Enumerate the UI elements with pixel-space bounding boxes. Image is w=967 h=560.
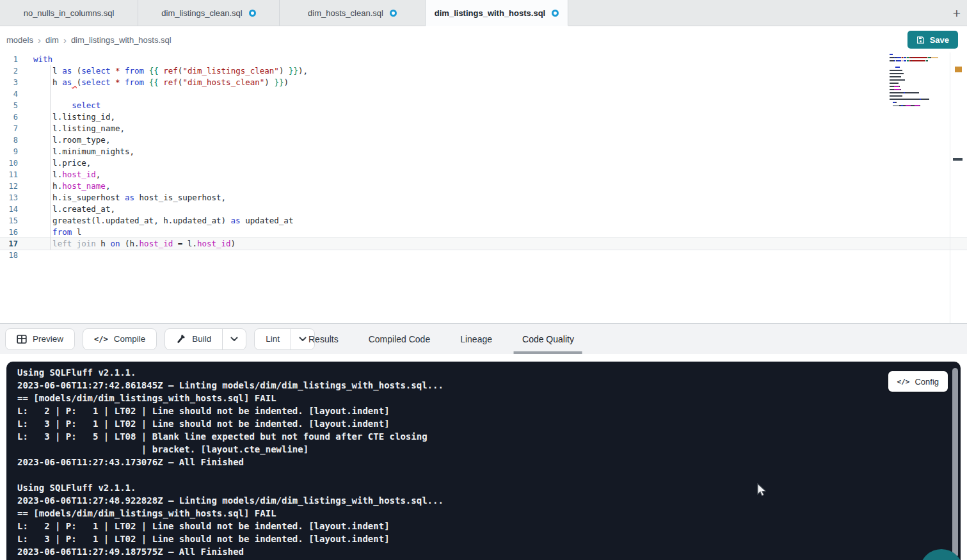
code-line[interactable]: 18: [0, 250, 967, 261]
code-text: with: [28, 54, 52, 65]
code-line[interactable]: 16 from l: [0, 227, 967, 238]
breadcrumb-bar: models›dim›dim_listings_with_hosts.sql S…: [0, 27, 967, 52]
code-line[interactable]: 11 l.host_id,: [0, 169, 967, 180]
minimap-line: [890, 86, 938, 87]
line-number: 12: [0, 180, 28, 192]
code-text: l.listing_id,: [28, 111, 115, 123]
code-line[interactable]: 7 l.listing_name,: [0, 123, 967, 134]
breadcrumb-segment[interactable]: models: [6, 35, 33, 45]
build-button[interactable]: Build: [165, 329, 222, 349]
line-number: 16: [0, 227, 28, 238]
indent-guide: [50, 65, 51, 250]
terminal-line: Using SQLFluff v2.1.1.: [17, 481, 961, 494]
code-editor[interactable]: 1with2 l as (select * from {{ ref("dim_l…: [0, 52, 967, 323]
code-icon: </>: [94, 335, 108, 344]
overview-ruler-scroll-marker[interactable]: [953, 158, 963, 161]
minimap-line: [890, 79, 938, 81]
compile-label: Compile: [114, 334, 146, 344]
terminal-line: L: 2 | P: 1 | LT02 | Line should not be …: [17, 404, 961, 417]
lint-split-button: Lint: [254, 328, 315, 350]
terminal-line: L: 2 | P: 1 | LT02 | Line should not be …: [17, 520, 961, 532]
terminal-line: 2023-06-06T11:27:48.922828Z – Linting mo…: [17, 494, 961, 507]
save-icon: [916, 36, 925, 44]
code-line[interactable]: 1with: [0, 54, 967, 65]
file-tab[interactable]: dim_hosts_clean.sql: [280, 0, 426, 26]
panel-tab[interactable]: Results: [308, 324, 339, 354]
panel-tab[interactable]: Compiled Code: [369, 324, 431, 354]
code-line[interactable]: 17 left join h on (h.host_id = l.host_id…: [0, 238, 967, 250]
mouse-cursor: [755, 483, 768, 497]
breadcrumb-segment[interactable]: dim_listings_with_hosts.sql: [71, 35, 172, 45]
breadcrumb-segment[interactable]: dim: [45, 35, 59, 45]
code-line[interactable]: 9 l.minimum_nights,: [0, 146, 967, 157]
line-number: 8: [0, 134, 28, 146]
terminal-line: 2023-06-06T11:27:42.861845Z – Linting mo…: [17, 379, 961, 392]
save-button-label: Save: [930, 35, 949, 45]
minimap-line: [890, 99, 938, 100]
breadcrumb-separator: ›: [63, 35, 67, 45]
code-text: h.host_name,: [28, 180, 110, 192]
code-line[interactable]: 13 h.is_superhost as host_is_superhost,: [0, 192, 967, 204]
panel-tab[interactable]: Code Quality: [522, 324, 574, 354]
panel-tab[interactable]: Lineage: [460, 324, 492, 354]
lint-label: Lint: [266, 334, 280, 344]
minimap-line: [890, 54, 938, 55]
build-dropdown-button[interactable]: [222, 329, 246, 349]
minimap[interactable]: [890, 54, 938, 111]
new-tab-button[interactable]: +: [947, 0, 967, 26]
chevron-down-icon: [299, 337, 307, 342]
chevron-down-icon: [230, 337, 238, 342]
preview-button[interactable]: Preview: [5, 328, 75, 350]
lint-button[interactable]: Lint: [255, 329, 291, 349]
terminal-lines: Using SQLFluff v2.1.1.2023-06-06T11:27:4…: [6, 362, 961, 558]
line-number: 15: [0, 215, 28, 227]
line-number: 10: [0, 157, 28, 169]
minimap-line: [890, 102, 938, 103]
save-button[interactable]: Save: [907, 31, 958, 49]
code-line[interactable]: 6 l.listing_id,: [0, 111, 967, 123]
line-number: 4: [0, 88, 28, 100]
terminal-line: [17, 468, 961, 481]
code-text: [28, 250, 33, 261]
terminal-output[interactable]: Using SQLFluff v2.1.1.2023-06-06T11:27:4…: [6, 362, 961, 560]
terminal-line: Using SQLFluff v2.1.1.: [17, 366, 961, 379]
action-toolbar: Preview </> Compile Build: [0, 323, 967, 354]
terminal-scrollbar[interactable]: [952, 368, 958, 557]
config-label: Config: [915, 377, 939, 387]
code-text: [28, 88, 33, 100]
file-tab[interactable]: no_nulls_in_columns.sql: [0, 0, 138, 26]
tab-bar: no_nulls_in_columns.sqldim_listings_clea…: [0, 0, 967, 26]
code-line[interactable]: 3 h as (select * from {{ ref("dim_hosts_…: [0, 77, 967, 88]
unsaved-changes-indicator: [390, 10, 397, 17]
file-tab[interactable]: dim_listings_clean.sql: [138, 0, 280, 26]
code-line[interactable]: 8 l.room_type,: [0, 134, 967, 146]
code-line[interactable]: 5 select: [0, 100, 967, 111]
code-text: from l: [28, 227, 81, 238]
minimap-line: [890, 70, 938, 71]
code-line[interactable]: 12 h.host_name,: [0, 180, 967, 192]
line-number: 17: [0, 238, 28, 250]
minimap-line: [890, 83, 938, 84]
file-tab-label: dim_listings_clean.sql: [161, 8, 242, 18]
terminal-line: L: 3 | P: 1 | LT02 | Line should not be …: [17, 417, 961, 430]
open-file-tabs: no_nulls_in_columns.sqldim_listings_clea…: [0, 0, 568, 26]
minimap-line: [890, 73, 938, 74]
config-button[interactable]: </> Config: [888, 371, 948, 392]
code-line[interactable]: 14 l.created_at,: [0, 204, 967, 215]
code-icon: </>: [897, 378, 910, 386]
code-line[interactable]: 10 l.price,: [0, 157, 967, 169]
code-line[interactable]: 4: [0, 88, 967, 100]
code-text: l.host_id,: [28, 169, 100, 180]
file-tab[interactable]: dim_listings_with_hosts.sql: [426, 0, 568, 26]
unsaved-changes-indicator: [552, 10, 559, 17]
code-line[interactable]: 15 greatest(l.updated_at, h.updated_at) …: [0, 215, 967, 227]
breadcrumb-separator: ›: [38, 35, 41, 45]
build-label: Build: [192, 334, 211, 344]
code-line[interactable]: 2 l as (select * from {{ ref("dim_listin…: [0, 65, 967, 77]
file-tab-label: dim_hosts_clean.sql: [308, 8, 383, 18]
code-text: left join h on (h.host_id = l.host_id): [28, 238, 236, 250]
terminal-line: 2023-06-06T11:27:49.187575Z – All Finish…: [17, 545, 961, 558]
minimap-line: [890, 63, 938, 65]
minimap-line: [890, 108, 938, 109]
compile-button[interactable]: </> Compile: [83, 328, 157, 350]
